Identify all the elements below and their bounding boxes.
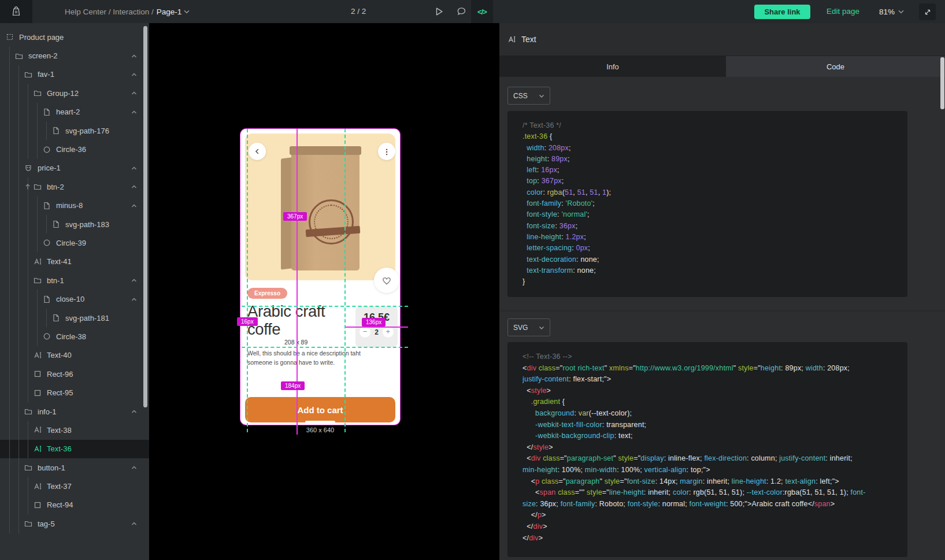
decrease-quantity-button[interactable]: − [360,327,370,338]
tree-item-svg-path-181[interactable]: svg-path-181 [0,309,149,327]
product-title[interactable]: Arabic craft coffe [247,302,349,338]
tree-item-label: svg-path-181 [65,314,109,322]
tree-guide-line [28,271,28,290]
inspector-tabs: Info Code [499,56,945,77]
code-view-button[interactable]: </> [471,0,493,23]
app-logo[interactable] [0,0,32,23]
tree-item-fav-1[interactable]: fav-1 [0,65,149,84]
comment-button[interactable] [450,0,472,23]
zoom-control[interactable]: 81% [879,0,904,23]
tree-guide-line [28,121,28,140]
tree-item-minus-8[interactable]: minus-8 [0,196,149,215]
tree-item-heart-2[interactable]: heart-2 [0,103,149,121]
tab-code[interactable]: Code [726,56,945,77]
top-bar: Help Center / Interaction / Page-1 2 / 2… [0,0,945,23]
tree-guide-line [18,365,19,383]
more-options-button[interactable]: ⋮ [378,143,395,160]
code-line: size: 36px; font-family: Roboto; font-st… [522,499,892,510]
code-line: </div> [522,521,892,533]
add-to-cart-button[interactable]: Add to cart [245,397,395,422]
svg-format-select[interactable]: SVG [507,318,550,336]
chevron-up-icon[interactable] [130,277,138,284]
css-format-select[interactable]: CSS [507,87,550,105]
tree-item-rect-96[interactable]: Rect-96 [0,365,149,383]
edit-page-link[interactable]: Edit page [827,0,859,23]
back-button[interactable] [249,143,266,160]
tree-guide-line [18,65,19,84]
tree-item-rect-95[interactable]: Rect-95 [0,383,149,402]
panel-scrollbar[interactable] [940,57,944,109]
tree-item-tag-5[interactable]: tag-5 [0,514,149,533]
favorite-button[interactable] [374,268,399,293]
tree-item-screen-2[interactable]: screen-2 [0,46,149,65]
tree-guide-line [9,103,10,121]
chevron-up-icon[interactable] [130,520,138,527]
tab-info[interactable]: Info [499,56,726,77]
chevron-up-icon[interactable] [130,165,138,172]
code-line: </p> [522,510,892,521]
tree-item-close-10[interactable]: close-10 [0,290,149,308]
text-icon [34,258,42,266]
tree-item-circle-36[interactable]: Circle-36 [0,140,149,158]
chevron-up-icon[interactable] [130,90,138,97]
tree-item-label: heart-2 [56,107,80,116]
tree-item-product page[interactable]: Product page [0,28,149,46]
tree-item-info-1[interactable]: info-1 [0,402,149,421]
chevron-up-icon[interactable] [130,202,138,209]
tree-item-text-41[interactable]: Text-41 [0,253,149,271]
tree-guide-line [9,440,10,458]
tree-guide-line [9,177,10,196]
tree-item-text-37[interactable]: Text-37 [0,477,149,495]
increase-quantity-button[interactable]: + [383,327,394,338]
tree-item-button-1[interactable]: button-1 [0,458,149,477]
tree-guide-line [18,196,19,215]
section-divider [499,310,945,311]
tree-guide-line [28,215,28,233]
home-indicator [305,421,335,424]
folder-icon [24,71,32,79]
product-image-area[interactable] [245,133,395,280]
svg-icon [52,220,60,228]
inspector-panel: Text Info Code CSS /* Text-36 */.text-36… [499,23,945,560]
breadcrumb-current[interactable]: Page-1 [157,8,182,16]
chevron-up-icon[interactable] [130,296,138,303]
tree-guide-line [28,290,28,308]
tree-item-label: svg-path-183 [65,220,109,229]
chevron-up-icon[interactable] [130,408,138,415]
tree-item-label: Circle-38 [56,332,86,341]
product-description[interactable]: Well, this should be a nice description … [247,348,366,367]
chevron-up-icon[interactable] [130,109,138,116]
tree-guide-line [18,215,19,233]
category-tag[interactable]: Expresso [247,288,287,299]
tree-item-svg-path-176[interactable]: svg-path-176 [0,121,149,140]
chevron-up-icon[interactable] [130,71,138,78]
chevron-up-icon[interactable] [130,53,138,60]
tree-item-group-12[interactable]: Group-12 [0,84,149,102]
code-line: /* Text-36 */ [522,120,892,131]
tree-item-btn-1[interactable]: btn-1 [0,271,149,290]
breadcrumb[interactable]: Help Center / Interaction / Page-1 [65,0,190,23]
product-page-frame[interactable]: ⋮ Expresso Arabic craft coffe 208 x 89 1… [240,129,400,425]
fullscreen-button[interactable] [919,3,936,20]
tree-item-rect-94[interactable]: Rect-94 [0,496,149,514]
tree-item-text-40[interactable]: Text-40 [0,346,149,365]
tree-item-price-1[interactable]: price-1 [0,159,149,177]
code-line: width: 208px; [522,143,892,154]
play-button[interactable] [428,0,450,23]
tree-guide-line [9,46,10,65]
tree-item-svg-path-183[interactable]: svg-path-183 [0,215,149,233]
tree-item-circle-38[interactable]: Circle-38 [0,327,149,346]
chevron-up-icon[interactable] [130,464,138,471]
tree-item-btn-2[interactable]: btn-2 [0,177,149,196]
layer-tree: Product pagescreen-2fav-1Group-12heart-2… [0,28,149,533]
tree-item-text-36[interactable]: Text-36 [0,440,149,458]
code-line: font-size: 36px; [522,221,892,232]
sidebar-scrollbar[interactable] [143,26,147,407]
dashed-guide-bottom [242,347,408,348]
chevron-down-icon[interactable] [184,10,190,14]
tree-item-text-38[interactable]: Text-38 [0,421,149,439]
tree-item-circle-39[interactable]: Circle-39 [0,233,149,252]
dashed-guide-top [242,306,408,307]
share-link-button[interactable]: Share link [754,5,810,19]
chevron-up-icon[interactable] [130,183,138,190]
